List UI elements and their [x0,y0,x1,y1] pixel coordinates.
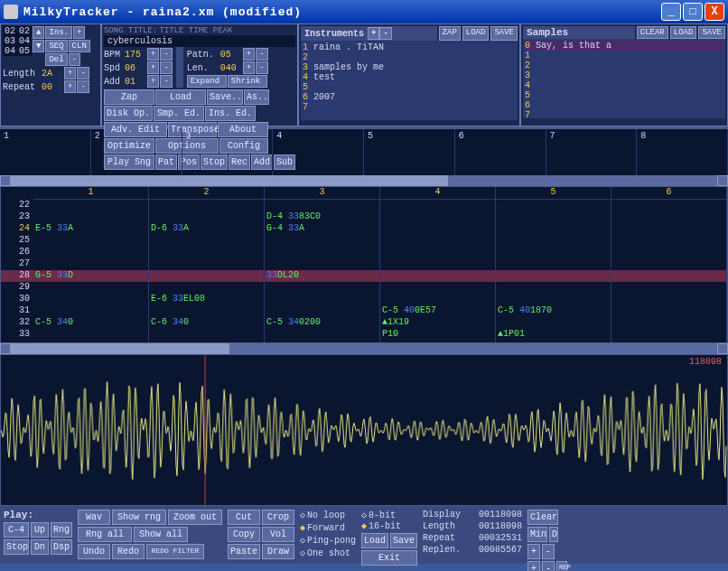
minus-icon[interactable]: - [77,80,89,93]
pattern-cell[interactable] [496,294,611,305]
minus-icon[interactable]: - [77,67,89,80]
scope-channel[interactable]: 8 [637,129,728,175]
pattern-cell[interactable] [33,258,148,270]
pattern-cell[interactable] [611,270,726,282]
minimize-button[interactable]: _ [661,3,681,21]
pattern-cell[interactable] [611,329,726,341]
pattern-cell[interactable] [611,200,726,211]
loop-radio[interactable]: Forward [300,522,356,533]
plus-icon[interactable]: + [73,26,85,39]
scroll-right-icon[interactable] [717,175,728,186]
pattern-cell[interactable] [149,247,264,258]
scroll-left-icon[interactable] [0,343,11,354]
samples-list[interactable]: 0 Say, is that a1 2 3 4 5 6 7 8 9 A B [523,39,725,118]
pattern-cell[interactable] [611,305,726,317]
pattern-cell[interactable]: ▲1X19 [380,317,495,329]
sample-item[interactable]: 4 [525,80,723,90]
pattern-cell[interactable] [611,294,726,305]
paste-button[interactable]: Paste [228,544,260,559]
rep-button[interactable]: REP [556,561,567,571]
showall-button[interactable]: Show all [134,527,188,542]
minus-icon[interactable]: - [256,48,267,61]
pattern-cell[interactable] [149,305,264,317]
minus-icon[interactable]: - [69,53,80,66]
sample-item[interactable]: 1 [525,51,723,61]
pattern-cell[interactable] [380,200,495,211]
pattern-cell[interactable] [380,223,495,235]
pattern-cell[interactable]: C-5 401870 [496,305,611,317]
scope-channel[interactable]: 3 [182,129,274,175]
pattern-channel[interactable]: 2D-6 33AE-6 33EL08C-6 340 [149,187,265,342]
pattern-cell[interactable]: G-4 33A [265,223,379,235]
pattern-scrollbar[interactable] [0,343,728,354]
maximize-button[interactable]: □ [683,3,703,21]
scroll-thumb[interactable] [11,343,229,354]
bit-radio[interactable]: 8-bit [361,510,417,520]
scope-channel[interactable]: 6 [455,129,546,175]
pattern-cell[interactable] [33,247,148,258]
pattern-cell[interactable] [496,317,611,329]
pattern-cell[interactable]: P10 [380,329,495,341]
save-button[interactable]: Save.. [207,89,243,105]
zoomout-button[interactable]: Zoom out [168,510,222,525]
redofilter-button[interactable]: REDO FILTER [146,544,204,559]
scope-channel[interactable]: 2 [91,129,182,175]
dsp-button[interactable]: Dsp [51,539,72,555]
pattern-cell[interactable]: D-6 33A [149,223,264,235]
scroll-thumb[interactable] [11,175,448,186]
sample-item[interactable]: 0 Say, is that a [525,41,723,51]
cut-button[interactable]: Cut [228,510,260,525]
pattern-cell[interactable] [611,258,726,270]
pattern-cell[interactable] [380,211,495,223]
redo-button[interactable]: Redo [112,544,145,559]
pattern-channel[interactable]: 4C-5 400E57 ▲1X19 P10 [380,187,496,342]
pattern-cell[interactable] [265,329,379,341]
pattern-cell[interactable] [611,211,726,223]
crop-button[interactable]: Crop [262,510,294,525]
expand-button[interactable]: Expand [187,75,227,88]
pattern-cell[interactable] [496,200,611,211]
close-button[interactable]: X [705,3,724,21]
pattern-cell[interactable] [611,282,726,294]
pattern-cell[interactable]: E-6 33EL08 [149,294,264,305]
min-button[interactable]: Min [527,527,547,542]
inst-zap-button[interactable]: ZAP [439,26,461,41]
pattern-cell[interactable] [265,200,379,211]
scope-channel[interactable]: 1 [0,129,91,175]
pattern-cell[interactable] [33,305,148,317]
pattern-cell[interactable] [33,211,148,223]
pattern-cell[interactable] [149,211,264,223]
pattern-cell[interactable] [380,270,495,282]
smped-button[interactable]: Smp. Ed. [154,106,204,121]
pattern-cell[interactable]: C-5 400E57 [380,305,495,317]
pattern-cell[interactable] [265,305,379,317]
pattern-cell[interactable]: E-5 33A [33,223,148,235]
pattern-cell[interactable] [380,258,495,270]
minus-icon[interactable]: - [160,61,172,74]
pattern-channel[interactable]: 3D-4 3383C0G-4 33A 33DL20C-5 340200 [265,187,380,342]
samp-load-button[interactable]: LOAD [670,26,697,39]
plus-icon[interactable]: + [64,67,76,80]
loop-radio[interactable]: One shot [300,548,356,558]
sample-item[interactable]: 3 [525,70,723,80]
minus-icon[interactable]: - [160,75,172,88]
pattern-cell[interactable] [496,247,611,258]
seq-button[interactable]: SEQ [45,40,67,52]
pattern-cell[interactable] [33,294,148,305]
pattern-channel[interactable]: 6 [611,187,727,342]
plus-icon[interactable]: + [243,48,255,61]
pattern-cell[interactable] [611,317,726,329]
shrink-button[interactable]: Shrink [228,75,267,88]
draw-button[interactable]: Draw [262,544,294,559]
pattern-cell[interactable] [149,258,264,270]
del-button[interactable]: Del [45,53,67,66]
instrument-item[interactable]: 4 test [303,72,516,82]
waveform-canvas[interactable] [1,355,727,505]
scroll-left-icon[interactable] [0,175,11,186]
instrument-item[interactable]: 7 [303,102,516,112]
plus-icon[interactable]: + [147,61,159,74]
saveas-button[interactable]: As.. [244,89,269,105]
load-button[interactable]: Load [155,89,206,105]
sample-item[interactable]: 6 [525,100,723,110]
samp-clear-button[interactable]: CLEAR [637,26,668,39]
